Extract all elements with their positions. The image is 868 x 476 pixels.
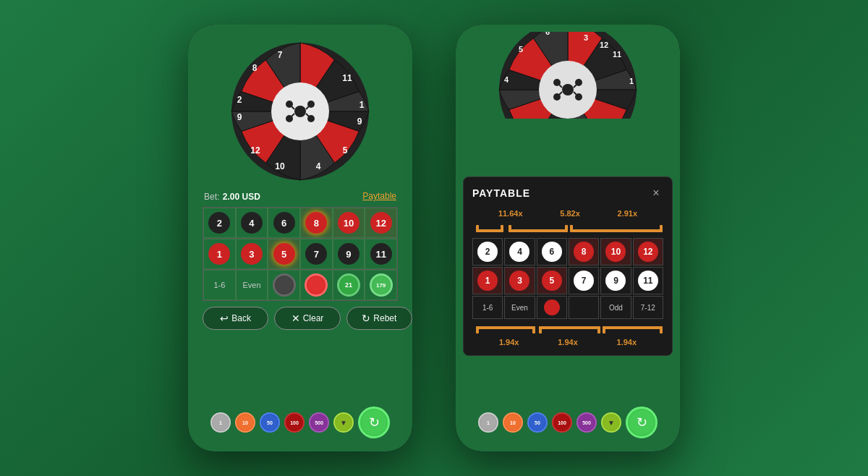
tray-chip-10[interactable]: 10: [235, 412, 255, 433]
tray-chip-50[interactable]: 50: [260, 412, 280, 433]
pt-ball-10: 10: [605, 242, 626, 262]
paytable-title: PAYTABLE: [472, 187, 530, 199]
paytable-link-left[interactable]: Paytable: [362, 191, 396, 201]
svg-text:9: 9: [237, 112, 242, 122]
pt-cell-even[interactable]: Even: [504, 296, 535, 319]
svg-rect-56: [539, 326, 542, 333]
tray-chip-100[interactable]: 100: [284, 412, 305, 433]
svg-text:1: 1: [359, 100, 365, 110]
scene: 3 11 1 9 5 4: [0, 0, 868, 476]
pt-cell-empty: [569, 296, 599, 319]
spin-button-right[interactable]: ↻: [626, 407, 658, 438]
svg-point-14: [294, 106, 306, 117]
cell-6[interactable]: 6: [268, 208, 300, 238]
ball-3: 3: [241, 243, 263, 265]
svg-text:10: 10: [275, 161, 285, 171]
pt-cell-11[interactable]: 11: [633, 267, 663, 294]
cell-10[interactable]: 10: [333, 208, 365, 238]
pt-ball-8: 8: [574, 242, 594, 262]
cell-7[interactable]: 7: [300, 239, 333, 269]
top-bracket-svg: [472, 222, 668, 237]
svg-rect-60: [660, 326, 663, 333]
spin-button-left[interactable]: ↻: [358, 407, 390, 438]
phone-left: 3 11 1 9 5 4: [188, 25, 412, 451]
x-icon: ✕: [292, 313, 300, 324]
svg-text:8: 8: [252, 63, 258, 73]
cell-even[interactable]: Even: [236, 270, 268, 300]
pt-ball-9: 9: [605, 271, 626, 291]
cell-11[interactable]: 11: [365, 239, 397, 269]
clear-button[interactable]: ✕ Clear: [274, 307, 340, 330]
ball-4: 4: [241, 212, 263, 234]
tray-chip-r-100[interactable]: 100: [552, 412, 572, 433]
pt-cell-7[interactable]: 7: [569, 267, 599, 294]
cell-2[interactable]: 2: [203, 208, 236, 238]
back-button[interactable]: ↩ Back: [203, 307, 268, 330]
bottom-odds-row: 1.94x 1.94x 1.94x: [472, 338, 663, 347]
cell-9[interactable]: 9: [333, 239, 365, 269]
cell-chip-red[interactable]: [300, 270, 333, 300]
wheel-svg-left: 3 11 1 9 5 4: [228, 39, 373, 184]
pt-cell-4[interactable]: 4: [504, 238, 535, 265]
tray-chip-r-special[interactable]: ▼: [601, 412, 621, 433]
ball-2: 2: [208, 212, 230, 234]
pt-cell-1-6[interactable]: 1-6: [472, 296, 503, 319]
chip-21: 21: [337, 273, 360, 297]
svg-text:7: 7: [278, 50, 283, 60]
cell-chip-179[interactable]: 179: [365, 270, 397, 300]
pt-ball-12: 12: [638, 242, 658, 262]
pt-cell-3[interactable]: 3: [504, 267, 535, 294]
pt-cell-8[interactable]: 8: [569, 238, 599, 265]
tray-chip-r-500[interactable]: 500: [576, 412, 597, 433]
tray-chip-special[interactable]: ▼: [333, 412, 354, 433]
pt-cell-5[interactable]: 5: [537, 267, 567, 294]
pt-ball-2: 2: [477, 242, 498, 262]
rebet-button[interactable]: ↻ Rebet: [346, 307, 412, 330]
pt-cell-6[interactable]: 6: [537, 238, 567, 265]
wheel-svg-right: 3 11 1 4 5 6: [495, 32, 640, 119]
ball-5: 5: [273, 243, 295, 265]
svg-rect-53: [476, 326, 479, 333]
pt-cell-9[interactable]: 9: [600, 267, 631, 294]
pt-cell-10[interactable]: 10: [600, 238, 631, 265]
pt-ball-5: 5: [542, 271, 562, 291]
cell-12[interactable]: 12: [365, 208, 397, 238]
pt-cell-2[interactable]: 2: [472, 238, 503, 265]
paytable-header: PAYTABLE ×: [472, 186, 663, 200]
cell-1[interactable]: 1: [203, 239, 236, 269]
pt-cell-odd[interactable]: Odd: [600, 296, 631, 319]
pt-row-2: 1 3 5 7 9 11: [472, 267, 663, 294]
pt-ball-4: 4: [509, 242, 529, 262]
tray-chip-1[interactable]: 1: [210, 412, 231, 433]
cell-8[interactable]: 8: [300, 208, 333, 238]
svg-rect-52: [476, 326, 535, 329]
cell-3[interactable]: 3: [236, 239, 268, 269]
cell-4[interactable]: 4: [236, 208, 268, 238]
cell-1-6[interactable]: 1-6: [203, 270, 236, 300]
svg-rect-46: [509, 229, 568, 232]
number-row-2: 1 3 5 7 9 11: [203, 239, 398, 270]
pt-cell-12[interactable]: 12: [633, 238, 663, 265]
tray-chip-r-1[interactable]: 1: [478, 412, 498, 433]
pt-ball-6: 6: [542, 242, 562, 262]
rebet-icon: ↻: [362, 313, 370, 324]
svg-text:3: 3: [584, 33, 588, 42]
tray-chip-r-10[interactable]: 10: [503, 412, 523, 433]
pt-cell-dot[interactable]: [537, 296, 567, 319]
pt-cell-1[interactable]: 1: [472, 267, 503, 294]
cell-chip-black[interactable]: [268, 270, 300, 300]
svg-rect-54: [532, 326, 535, 333]
svg-text:9: 9: [357, 116, 362, 127]
tray-chip-500[interactable]: 500: [309, 412, 329, 433]
chip-black: [273, 273, 296, 297]
cell-5[interactable]: 5: [268, 239, 300, 269]
cell-chip-21[interactable]: 21: [333, 270, 365, 300]
tray-chip-r-50[interactable]: 50: [527, 412, 548, 433]
paytable-close-button[interactable]: ×: [649, 186, 663, 200]
wheel-right-cropped: 3 11 1 4 5 6: [495, 32, 640, 119]
bottom-odd-3: 1.94x: [617, 338, 637, 347]
svg-text:6: 6: [545, 32, 550, 36]
pt-cell-7-12[interactable]: 7-12: [633, 296, 663, 319]
svg-rect-51: [660, 225, 663, 232]
ball-1: 1: [208, 243, 230, 265]
